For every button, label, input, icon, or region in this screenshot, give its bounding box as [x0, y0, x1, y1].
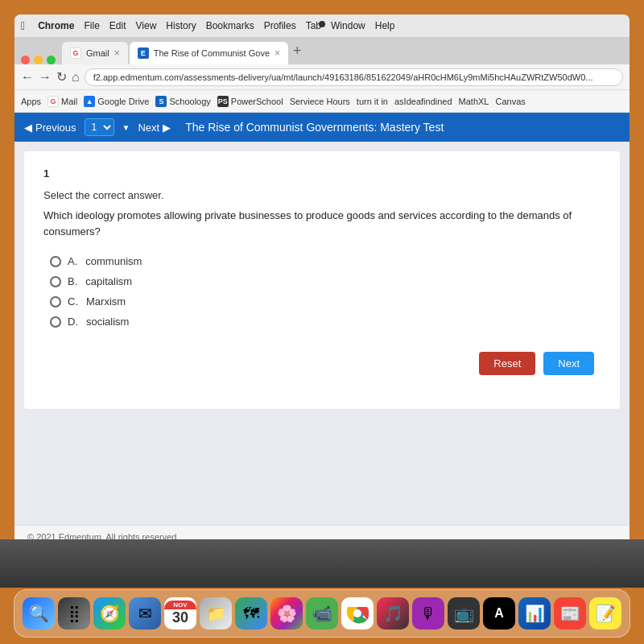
menubar-chrome[interactable]: Chrome — [38, 20, 74, 31]
radio-a[interactable] — [50, 256, 61, 267]
bm-mathxl-label: MathXL — [459, 97, 489, 106]
new-tab-button[interactable]: + — [293, 43, 302, 60]
option-d[interactable]: D. socialism — [50, 316, 601, 328]
option-c-text: Marxism — [86, 295, 126, 308]
svg-point-2 — [353, 609, 361, 617]
dock-data-bars[interactable]: 📊 — [518, 597, 551, 630]
gmail-favicon: G — [70, 47, 81, 59]
camera-dot — [319, 21, 325, 27]
option-a[interactable]: A. communism — [50, 255, 601, 267]
bm-turnit-label: turn it in — [357, 97, 388, 106]
next-nav-label: Next — [138, 122, 159, 134]
quiz-title: The Rise of Communist Governments: Maste… — [185, 121, 444, 134]
option-b-key: B. — [68, 275, 77, 287]
option-b[interactable]: B. capitalism — [50, 275, 601, 287]
question-card: 1 Select the correct answer. Which ideol… — [24, 151, 620, 409]
bookmarks-bar: Apps G Mail ▲ Google Drive S Schoology P… — [14, 90, 630, 113]
dock-music[interactable]: 🎵 — [377, 597, 409, 630]
option-b-text: capitalism — [85, 275, 132, 287]
radio-b[interactable] — [50, 276, 61, 287]
dock-safari[interactable]: 🧭 — [93, 597, 126, 630]
dock-news[interactable]: 📰 — [554, 597, 586, 630]
menubar-file[interactable]: File — [84, 20, 99, 31]
menubar-edit[interactable]: Edit — [109, 20, 126, 31]
apple-icon:  — [21, 19, 25, 32]
menubar-bookmarks[interactable]: Bookmarks — [206, 20, 254, 31]
menubar-history[interactable]: History — [166, 20, 196, 31]
bm-mathxl[interactable]: MathXL — [459, 97, 489, 106]
menubar-view[interactable]: View — [136, 20, 157, 31]
radio-c[interactable] — [50, 296, 61, 308]
bm-mail[interactable]: G Mail — [47, 96, 77, 107]
close-button[interactable] — [21, 56, 30, 64]
powerschool-icon: PS — [217, 96, 229, 107]
chevron-down-icon: ▼ — [122, 123, 130, 132]
dock-launchpad[interactable]: ⣿ — [58, 597, 90, 630]
dock-calendar[interactable]: NOV 30 — [164, 597, 196, 630]
dock-ai[interactable]: A — [483, 597, 515, 630]
menubar-window[interactable]: Window — [331, 20, 365, 31]
bm-schoology[interactable]: S Schoology — [155, 96, 210, 107]
home-button[interactable]: ⌂ — [72, 70, 80, 85]
refresh-button[interactable]: ↻ — [56, 69, 67, 85]
bm-canvas[interactable]: Canvas — [495, 97, 525, 106]
bm-asidea-label: asIdeafindined — [394, 97, 452, 106]
bm-asidea[interactable]: asIdeafindined — [394, 97, 452, 106]
radio-d[interactable] — [50, 316, 61, 328]
bm-serviece[interactable]: Serviece Hours — [290, 97, 350, 106]
dock-podcasts[interactable]: 🎙 — [412, 597, 444, 630]
option-c[interactable]: C. Marxism — [50, 295, 601, 308]
menubar-profiles[interactable]: Profiles — [264, 20, 296, 31]
bm-serviece-label: Serviece Hours — [290, 97, 350, 106]
option-d-key: D. — [68, 316, 78, 328]
bm-mail-label: Mail — [61, 97, 77, 106]
tab-gmail-label: Gmail — [86, 48, 109, 58]
traffic-lights — [21, 56, 56, 64]
dock-notes[interactable]: 📝 — [589, 597, 621, 630]
option-c-key: C. — [68, 295, 78, 308]
bm-apps[interactable]: Apps — [21, 97, 41, 106]
next-nav-button[interactable]: Next ▶ — [138, 122, 171, 134]
bm-apps-label: Apps — [21, 97, 41, 106]
previous-button[interactable]: ◀ Previous — [24, 122, 76, 134]
previous-label: Previous — [35, 122, 76, 134]
question-number: 1 — [43, 167, 601, 180]
option-a-text: communism — [85, 255, 142, 267]
question-number-select[interactable]: 1 — [85, 118, 114, 136]
dock-facetime[interactable]: 📹 — [306, 597, 338, 630]
googledrive-icon: ▲ — [84, 96, 95, 107]
dock-chrome[interactable] — [341, 597, 374, 630]
person-area — [0, 539, 644, 588]
reset-button[interactable]: Reset — [479, 352, 535, 375]
dock-photos[interactable]: 🌸 — [270, 597, 303, 630]
tab-gmail[interactable]: G Gmail × — [62, 42, 128, 64]
next-arrow-icon: ▶ — [163, 122, 171, 134]
bm-googledrive[interactable]: ▲ Google Drive — [84, 96, 149, 107]
question-text: Which ideology promotes allowing private… — [43, 208, 601, 239]
prev-arrow-icon: ◀ — [24, 122, 32, 134]
forward-button[interactable]: → — [39, 70, 52, 85]
answer-options: A. communism B. capitalism C. Marxism D.… — [50, 255, 601, 328]
dock-files[interactable]: 📁 — [200, 597, 232, 630]
url-input[interactable] — [85, 68, 623, 86]
bm-googledrive-label: Google Drive — [97, 97, 149, 106]
dock-mail[interactable]: ✉ — [129, 597, 161, 630]
option-d-text: socialism — [86, 316, 129, 328]
bm-schoology-label: Schoology — [169, 97, 210, 106]
bm-turnit[interactable]: turn it in — [357, 97, 388, 106]
tabbar: G Gmail × E The Rise of Communist Gove ×… — [14, 37, 630, 64]
maximize-button[interactable] — [47, 56, 56, 64]
minimize-button[interactable] — [34, 56, 43, 64]
bm-powerschool[interactable]: PS PowerSchool — [217, 96, 283, 107]
next-button[interactable]: Next — [543, 352, 594, 375]
dock-tv[interactable]: 📺 — [448, 597, 480, 630]
tab-gmail-close[interactable]: × — [114, 47, 120, 59]
addressbar: ← → ↻ ⌂ — [14, 64, 630, 90]
back-button[interactable]: ← — [21, 70, 34, 85]
dock-maps[interactable]: 🗺 — [235, 597, 267, 630]
bm-canvas-label: Canvas — [495, 97, 525, 106]
menubar-help[interactable]: Help — [375, 20, 395, 31]
dock-finder[interactable]: 🔍 — [23, 597, 55, 630]
tab-edmentum[interactable]: E The Rise of Communist Gove × — [130, 42, 288, 64]
tab-edmentum-close[interactable]: × — [275, 47, 280, 59]
